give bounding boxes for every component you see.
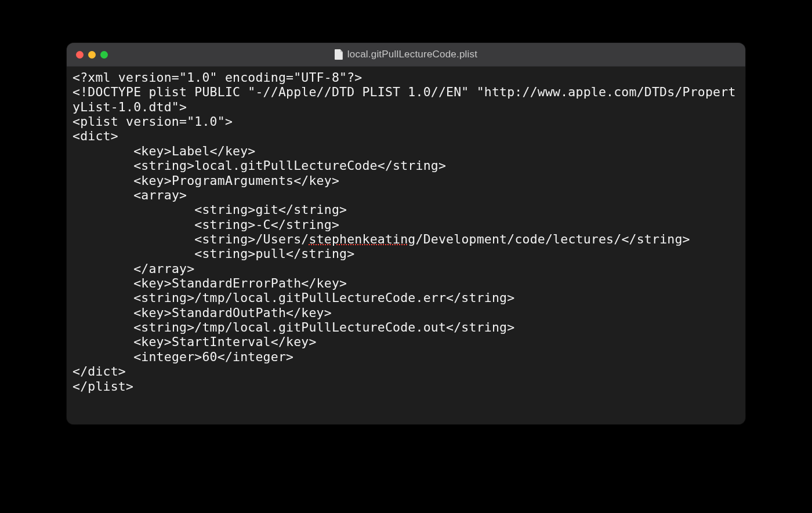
code-content[interactable]: <?xml version="1.0" encoding="UTF-8"?> <…: [72, 70, 740, 394]
file-icon: [335, 49, 343, 60]
window-controls: [67, 51, 108, 59]
minimize-icon[interactable]: [88, 51, 96, 59]
title-center: local.gitPullLectureCode.plist: [67, 49, 745, 60]
zoom-icon[interactable]: [100, 51, 108, 59]
editor-window: local.gitPullLectureCode.plist <?xml ver…: [67, 43, 745, 424]
window-title: local.gitPullLectureCode.plist: [347, 49, 477, 60]
titlebar[interactable]: local.gitPullLectureCode.plist: [67, 43, 745, 67]
editor-area[interactable]: <?xml version="1.0" encoding="UTF-8"?> <…: [67, 67, 745, 424]
close-icon[interactable]: [76, 51, 84, 59]
